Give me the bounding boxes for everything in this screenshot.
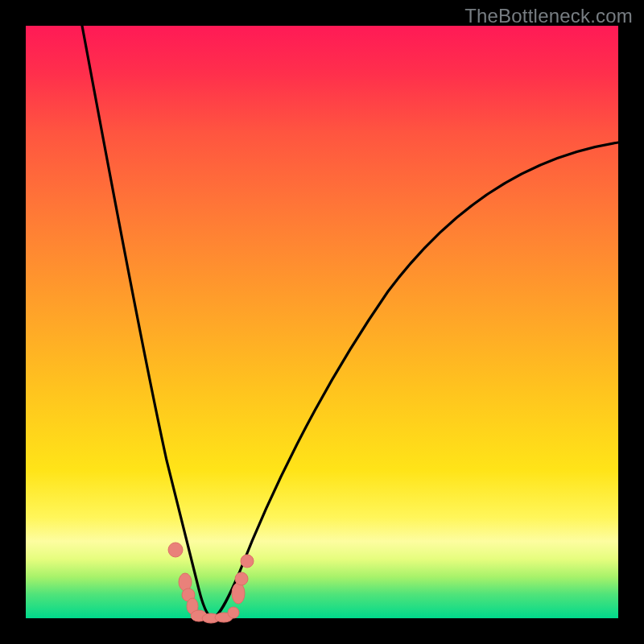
marker-dot: [232, 583, 245, 604]
marker-dot: [168, 543, 183, 557]
chart-frame: TheBottleneck.com: [0, 0, 644, 644]
curve-layer: [26, 26, 618, 618]
marker-dot: [235, 572, 248, 585]
marker-dot: [241, 555, 254, 568]
marker-dot: [228, 607, 239, 618]
curve-right-branch: [213, 142, 618, 618]
plot-area: [26, 26, 618, 618]
watermark-text: TheBottleneck.com: [464, 5, 633, 27]
curve-left-branch: [82, 26, 213, 618]
